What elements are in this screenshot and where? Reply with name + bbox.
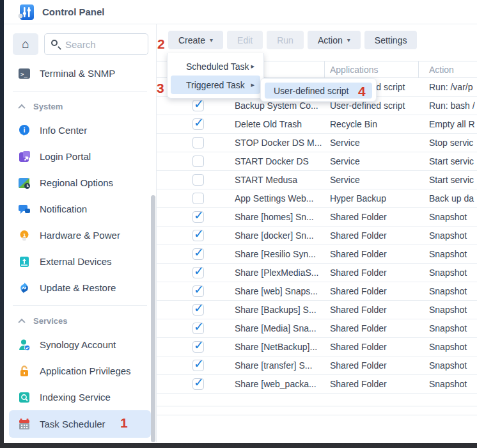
table-row[interactable]: ✓Share [Resilio Syn...Shared FolderSnaps… <box>157 245 477 264</box>
external-devices-icon <box>18 255 31 268</box>
annotation-4: 4 <box>358 84 366 98</box>
table-row[interactable]: ✓Share [Media] Sna...Shared FolderSnapsh… <box>157 319 477 338</box>
enabled-checkbox-unchecked[interactable] <box>192 156 204 167</box>
sidebar-item-info-center[interactable]: iInfo Center <box>4 117 156 143</box>
task-action: Start servic <box>429 152 477 170</box>
submenu-item-label: User-defined script <box>274 86 349 96</box>
task-action: Back up da <box>429 189 477 207</box>
check-icon: ✓ <box>194 319 204 334</box>
task-action: Snapshot <box>429 227 477 244</box>
sidebar-item-external-devices[interactable]: External Devices <box>4 248 156 275</box>
svg-text:>_: >_ <box>20 71 27 77</box>
sidebar-nav: >_Terminal & SNMPSystemiInfo CenterLogin… <box>4 60 156 438</box>
table-row[interactable]: ✓Share [Backups] S...Shared FolderSnapsh… <box>157 301 477 319</box>
column-header-action[interactable]: Action <box>429 61 454 78</box>
column-header-applications[interactable]: Applications <box>330 61 379 78</box>
table-row[interactable]: App Settings Web...Hyper BackupBack up d… <box>157 189 477 208</box>
task-application: Shared Folder <box>330 338 425 356</box>
home-button[interactable]: ⌂ <box>13 33 38 55</box>
sidebar-section-services[interactable]: Services <box>4 310 156 332</box>
enabled-checkbox-checked[interactable]: ✓ <box>192 100 204 111</box>
check-icon: ✓ <box>194 338 204 353</box>
create-button[interactable]: Create▾ <box>168 31 223 49</box>
enabled-checkbox-unchecked[interactable] <box>192 137 204 148</box>
column-divider <box>418 61 419 77</box>
table-row[interactable]: STOP Docker DS M...ServiceStop servic <box>157 134 477 152</box>
sidebar-item-task-scheduler[interactable]: Task Scheduler <box>9 410 151 438</box>
sidebar-item-label: Notification <box>40 204 87 214</box>
task-application: Shared Folder <box>330 319 425 337</box>
sidebar-item-notification[interactable]: Notification <box>4 196 156 222</box>
table-row[interactable]: ✓Share [web] Snaps...Shared FolderSnapsh… <box>157 282 477 301</box>
enabled-checkbox-unchecked[interactable] <box>192 174 204 186</box>
table-row[interactable]: ✓Share [transfer] S...Shared FolderSnaps… <box>157 356 477 375</box>
table-row[interactable]: ✓Share [NetBackup]...Shared FolderSnapsh… <box>157 338 477 356</box>
section-label: Services <box>33 316 68 326</box>
task-name: STOP Docker DS M... <box>235 134 323 152</box>
table-row[interactable]: ✓Delete Old TrashRecycle BinEmpty all R <box>157 115 477 134</box>
task-name: START Medusa <box>235 171 323 189</box>
table-row[interactable]: START MedusaServiceStart servic <box>157 171 477 189</box>
button-label: Action <box>318 35 343 45</box>
application-privileges-icon <box>18 365 31 378</box>
enabled-checkbox-checked[interactable]: ✓ <box>192 248 204 260</box>
regional-options-icon <box>18 177 31 189</box>
sidebar-item-application-privileges[interactable]: Application Privileges <box>4 358 156 384</box>
enabled-checkbox-checked[interactable]: ✓ <box>192 360 204 371</box>
control-panel-window: Control Panel ⌂ >_Terminal & SNMPSystemi… <box>4 0 477 443</box>
enabled-checkbox-checked[interactable]: ✓ <box>192 267 204 278</box>
enabled-checkbox-checked[interactable]: ✓ <box>192 118 204 130</box>
sidebar-item-label: External Devices <box>40 256 112 267</box>
check-icon: ✓ <box>194 301 204 316</box>
task-application: Shared Folder <box>330 301 425 319</box>
sidebar-item-login-portal[interactable]: Login Portal <box>4 143 156 170</box>
menu-item-triggered-task[interactable]: Triggered Task▸ <box>171 76 260 94</box>
chevron-up-icon <box>18 318 25 325</box>
sidebar-item-regional-options[interactable]: Regional Options <box>4 170 156 196</box>
task-application: Shared Folder <box>330 356 425 374</box>
section-label: System <box>33 102 63 111</box>
submenu-item-user-defined-script[interactable]: User-defined script <box>265 83 372 99</box>
task-action: Snapshot <box>429 356 477 374</box>
enabled-checkbox-checked[interactable]: ✓ <box>192 323 204 334</box>
hardware-power-icon: 1 <box>18 229 31 242</box>
sidebar-item-update-restore[interactable]: Update & Restore <box>4 275 156 301</box>
caret-down-icon: ▾ <box>210 36 213 44</box>
settings-button[interactable]: Settings <box>364 31 418 49</box>
enabled-checkbox-unchecked[interactable] <box>192 193 204 204</box>
task-application: Hyper Backup <box>330 189 425 207</box>
enabled-checkbox-checked[interactable]: ✓ <box>192 230 204 241</box>
table-row[interactable]: ✓Share [homes] Sn...Shared FolderSnapsho… <box>157 208 477 227</box>
indexing-service-icon <box>18 391 31 404</box>
annotation-3: 3 <box>157 81 164 95</box>
action-button[interactable]: Action▾ <box>308 31 361 49</box>
submenu-arrow-icon: ▸ <box>251 62 254 70</box>
enabled-checkbox-checked[interactable]: ✓ <box>192 341 204 353</box>
table-row[interactable]: ✓Share [docker] Sn...Shared FolderSnapsh… <box>157 227 477 245</box>
enabled-checkbox-checked[interactable]: ✓ <box>192 285 204 297</box>
task-name: Share [web_packa... <box>235 375 323 393</box>
check-icon: ✓ <box>194 264 204 278</box>
search-input[interactable] <box>44 33 148 55</box>
task-application: Service <box>330 134 425 152</box>
enabled-checkbox-checked[interactable]: ✓ <box>192 211 204 223</box>
table-end-divider <box>157 406 477 406</box>
sidebar-item-indexing-service[interactable]: Indexing Service <box>4 384 156 410</box>
enabled-checkbox-checked[interactable]: ✓ <box>192 378 204 390</box>
table-row[interactable]: ✓Share [PlexMediaS...Shared FolderSnapsh… <box>157 264 477 282</box>
sidebar-scrollbar[interactable] <box>151 195 155 442</box>
task-application: Recycle Bin <box>330 115 425 133</box>
menu-item-scheduled-task[interactable]: Scheduled Task▸ <box>171 57 260 76</box>
table-row[interactable]: ✓Share [web_packa...Shared FolderSnapsho… <box>157 375 477 394</box>
menu-item-label: Triggered Task <box>186 80 245 90</box>
task-name: Share [docker] Sn... <box>235 227 323 244</box>
task-application: Shared Folder <box>330 282 425 300</box>
sidebar-item-synology-account[interactable]: Synology Account <box>4 332 156 358</box>
enabled-checkbox-checked[interactable]: ✓ <box>192 304 204 316</box>
sidebar-divider <box>13 305 147 306</box>
sidebar-item-hardware-power[interactable]: 1Hardware & Power <box>4 222 156 248</box>
task-name: START Docker DS <box>235 152 323 170</box>
sidebar-item-terminal-snmp[interactable]: >_Terminal & SNMP <box>4 60 156 86</box>
table-row[interactable]: START Docker DSServiceStart servic <box>157 152 477 171</box>
sidebar-section-system[interactable]: System <box>4 96 156 117</box>
